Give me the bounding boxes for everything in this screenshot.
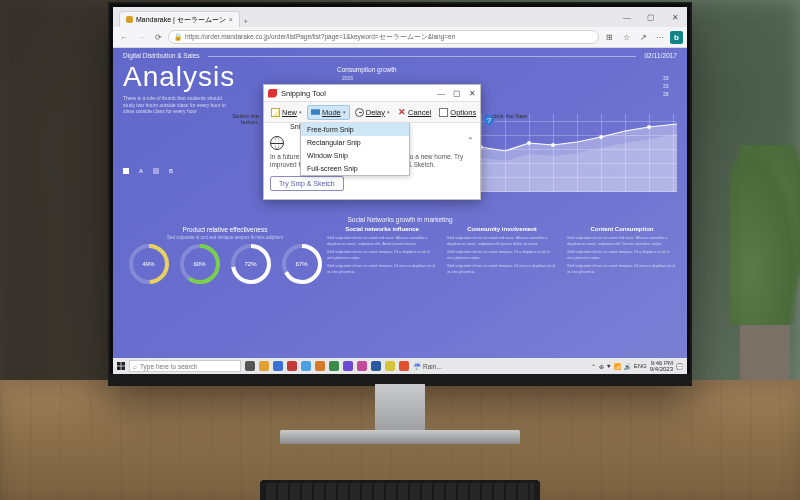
bars-title: Consumption growth [337,66,677,73]
favicon-icon [126,16,133,23]
cancel-icon: ✕ [398,108,406,117]
lang-indicator[interactable]: ENG [634,363,647,369]
page-subtitle: There is a rule of thumb that students s… [123,95,233,115]
volume-icon[interactable]: 🔊 [624,363,631,370]
app-icon[interactable] [399,361,409,371]
svg-rect-14 [117,362,121,366]
url-input[interactable]: 🔒 https://order.mandarake.co.jp/order/li… [168,30,599,44]
mode-icon [311,108,320,117]
window-maximize-button[interactable]: ▢ [639,7,663,27]
bing-icon[interactable]: b [670,31,683,44]
wifi-icon[interactable]: 📶 [614,363,621,370]
snip-close-button[interactable]: ✕ [469,89,476,98]
app-icon[interactable] [301,361,311,371]
svg-point-5 [647,125,651,129]
mode-option[interactable]: Free-form Snip [301,123,409,136]
app-icon[interactable] [273,361,283,371]
chevron-up-icon[interactable]: ⌃ [467,136,474,145]
taskbar: ⌕ Type here to search [113,358,687,374]
clock-icon [355,108,364,117]
text-column: Content ConsumptionSed vulputate id orci… [567,226,677,278]
options-icon [439,108,448,117]
reader-icon[interactable]: ⊞ [602,30,616,44]
svg-point-2 [527,141,531,145]
browser-tab[interactable]: Mandarake | セーラームーン × [119,11,240,27]
snip-delay-button[interactable]: Delay▾ [352,106,393,119]
legend: A B [123,168,173,174]
mode-option[interactable]: Window Snip [301,149,409,162]
taskbar-app-icons [245,361,409,371]
keyboard [260,480,540,500]
app-icon[interactable] [343,361,353,371]
donut-chart: 60% [180,244,220,284]
snip-new-button[interactable]: New▾ [268,106,305,119]
app-icon[interactable] [259,361,269,371]
nav-refresh-button[interactable]: ⟳ [151,30,165,44]
tab-title: Mandarake | セーラームーン [136,15,226,25]
text-column: Community involvementSed vulputate id or… [447,226,557,278]
window-minimize-button[interactable]: — [615,7,639,27]
tray-icon[interactable]: ⊕ [599,363,604,370]
mode-dropdown: Free-form Snip Rectangular Snip Window S… [300,123,410,176]
snipping-tool-window[interactable]: Select the button. Snipping Tool — ▢ ✕ N… [263,84,481,200]
page-header-date: 02/11/2017 [644,52,677,59]
donut-chart: 49% [129,244,169,284]
app-icon[interactable] [385,361,395,371]
app-icon[interactable] [357,361,367,371]
mode-option[interactable]: Full-screen Snip [301,162,409,175]
taskview-icon[interactable] [245,361,255,371]
plant-decor [720,100,800,380]
donut-chart: 67% [282,244,322,284]
snip-minimize-button[interactable]: — [437,89,445,98]
hint-select: Select the button. [222,113,262,125]
try-snip-sketch-button[interactable]: Try Snip & Sketch [270,176,344,191]
system-tray: ⌃ ⊕ ♥ 📶 🔊 ENG 9:46 PM 9/4/2023 💬 [591,360,687,372]
text-column: Social networks influenceSed vulputate i… [327,226,437,278]
globe-icon [270,136,284,150]
tray-chevron-icon[interactable]: ⌃ [591,363,596,370]
clock-date[interactable]: 9/4/2023 [650,366,673,372]
snip-titlebar[interactable]: Snipping Tool — ▢ ✕ [264,85,480,101]
page-header-left: Digital Distribution & Sales [123,52,200,59]
snip-title: Snipping Tool [281,89,326,98]
search-icon: ⌕ [133,363,137,370]
networks-caption: Social Networks growth in marketing [113,216,687,223]
svg-rect-15 [121,362,125,366]
mode-option[interactable]: Rectangular Snip [301,136,409,149]
rain-icon: ☔ [413,362,421,370]
svg-rect-17 [121,366,125,370]
lock-icon: 🔒 [174,33,182,41]
address-bar: ← → ⟳ 🔒 https://order.mandarake.co.jp/or… [113,27,687,48]
app-icon[interactable] [315,361,325,371]
donuts-section: Product relative effectiveness Sed vulpu… [123,226,327,284]
snip-options-button[interactable]: Options [436,106,479,119]
nav-forward-button[interactable]: → [134,30,148,44]
nav-back-button[interactable]: ← [117,30,131,44]
screen: Mandarake | セーラームーン × + — ▢ ✕ ← → ⟳ 🔒 ht… [113,7,687,374]
tray-icon[interactable]: ♥ [607,363,611,369]
app-icon[interactable] [287,361,297,371]
snip-cancel-button[interactable]: ✕Cancel [395,106,434,119]
snip-maximize-button[interactable]: ▢ [453,89,461,98]
svg-point-4 [599,135,603,139]
tab-close-icon[interactable]: × [229,16,233,23]
menu-icon[interactable]: ⋯ [653,30,667,44]
svg-rect-16 [117,366,121,370]
scissors-icon [271,108,280,117]
weather-widget[interactable]: ☔ Rain... [413,362,442,370]
taskbar-search[interactable]: ⌕ Type here to search [129,360,241,372]
help-icon[interactable]: ? [484,115,494,125]
favorite-icon[interactable]: ☆ [619,30,633,44]
donut-chart: 72% [231,244,271,284]
search-placeholder: Type here to search [140,363,197,370]
start-button[interactable] [113,358,129,374]
new-tab-button[interactable]: + [240,16,252,27]
browser-tabbar: Mandarake | セーラームーン × + — ▢ ✕ [113,7,687,27]
notifications-icon[interactable]: 💬 [676,363,683,370]
app-icon[interactable] [371,361,381,371]
url-text: https://order.mandarake.co.jp/order/list… [185,33,455,42]
window-close-button[interactable]: ✕ [663,7,687,27]
app-icon[interactable] [329,361,339,371]
share-icon[interactable]: ↗ [636,30,650,44]
monitor: Mandarake | セーラームーン × + — ▢ ✕ ← → ⟳ 🔒 ht… [108,2,692,446]
